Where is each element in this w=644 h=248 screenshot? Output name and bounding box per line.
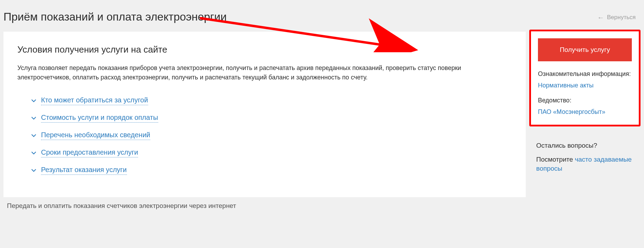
regulations-link[interactable]: Нормативные акты xyxy=(538,82,632,89)
back-label: Вернуться xyxy=(607,14,636,21)
chevron-down-icon xyxy=(31,150,36,156)
department-link[interactable]: ПАО «Мосэнергосбыт» xyxy=(538,108,632,116)
info-heading: Ознакомительная информация: xyxy=(538,70,632,78)
cta-card: Получить услугу Ознакомительная информац… xyxy=(529,30,641,126)
chevron-down-icon xyxy=(31,168,36,173)
page-caption: Передать и оплатить показания счетчиков … xyxy=(3,197,526,210)
get-service-button[interactable]: Получить услугу xyxy=(538,38,632,61)
questions-prefix: Посмотрите xyxy=(536,156,575,163)
accordion-item[interactable]: Перечень необходимых сведений xyxy=(31,131,512,140)
accordion-item[interactable]: Стоимость услуги и порядок оплаты xyxy=(31,114,512,123)
main-card: Условия получения услуги на сайте Услуга… xyxy=(3,32,526,197)
questions-title: Остались вопросы? xyxy=(536,142,634,149)
chevron-down-icon xyxy=(31,133,36,138)
accordion-link: Результат оказания услуги xyxy=(41,166,127,175)
accordion-link: Перечень необходимых сведений xyxy=(41,131,150,140)
intro-text: Услуга позволяет передать показания приб… xyxy=(17,63,512,82)
accordion-item[interactable]: Кто может обратиться за услугой xyxy=(31,96,512,105)
chevron-down-icon xyxy=(31,98,36,103)
questions-text: Посмотрите часто задаваемые вопросы xyxy=(536,155,634,173)
chevron-down-icon xyxy=(31,115,36,121)
accordion-link: Стоимость услуги и порядок оплаты xyxy=(41,114,158,123)
page-title: Приём показаний и оплата электроэнергии xyxy=(3,0,526,32)
accordion-link: Кто может обратиться за услугой xyxy=(41,96,148,105)
department-heading: Ведомство: xyxy=(538,97,632,104)
section-title: Условия получения услуги на сайте xyxy=(17,44,512,55)
accordion-item[interactable]: Сроки предоставления услуги xyxy=(31,148,512,157)
arrow-left-icon: ← xyxy=(597,14,604,21)
accordion-link: Сроки предоставления услуги xyxy=(41,148,138,157)
accordion-item[interactable]: Результат оказания услуги xyxy=(31,166,512,175)
back-link[interactable]: ← Вернуться xyxy=(597,14,636,21)
accordion-list: Кто может обратиться за услугой Стоимост… xyxy=(17,96,512,175)
questions-block: Остались вопросы? Посмотрите часто задав… xyxy=(529,126,641,173)
